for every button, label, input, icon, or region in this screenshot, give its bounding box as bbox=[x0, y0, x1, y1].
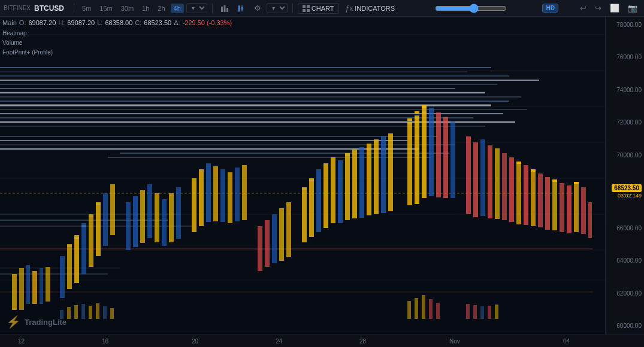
settings-icon-btn[interactable]: ⚙ bbox=[251, 2, 264, 14]
svg-rect-94 bbox=[359, 147, 364, 218]
indicators-button[interactable]: ƒx INDICATORS bbox=[341, 3, 400, 14]
symbol-label: BTCUSD bbox=[34, 4, 64, 13]
svg-rect-124 bbox=[67, 245, 72, 247]
svg-rect-71 bbox=[169, 193, 174, 242]
svg-rect-140 bbox=[407, 118, 412, 121]
svg-rect-60 bbox=[81, 223, 86, 274]
hd-badge[interactable]: HD bbox=[542, 4, 558, 13]
chart-button[interactable]: CHART bbox=[298, 3, 339, 14]
time-tick-28: 28 bbox=[359, 338, 366, 345]
svg-rect-0 bbox=[221, 7, 223, 12]
svg-rect-91 bbox=[338, 160, 343, 223]
svg-rect-155 bbox=[422, 295, 425, 319]
svg-rect-127 bbox=[89, 215, 93, 217]
svg-rect-121 bbox=[574, 182, 579, 232]
price-tick-74: 74000.00 bbox=[608, 87, 642, 93]
svg-rect-96 bbox=[374, 139, 379, 214]
svg-rect-101 bbox=[422, 105, 427, 198]
current-price: 68523.50 bbox=[612, 184, 642, 192]
tf-1h[interactable]: 1h bbox=[139, 4, 152, 13]
svg-rect-158 bbox=[466, 304, 470, 319]
svg-rect-151 bbox=[103, 306, 107, 319]
svg-rect-153 bbox=[407, 301, 411, 319]
svg-rect-1 bbox=[223, 5, 225, 12]
undo-button[interactable]: ↩ bbox=[577, 2, 589, 14]
high-label: H: bbox=[58, 19, 65, 26]
svg-rect-68 bbox=[147, 184, 152, 238]
price-tick-76: 76000.00 bbox=[608, 54, 642, 60]
watermark-icon: ⚡ bbox=[6, 315, 21, 329]
exchange-label: BITFINEX bbox=[4, 5, 31, 11]
svg-rect-147 bbox=[74, 305, 78, 319]
svg-rect-105 bbox=[451, 121, 455, 198]
svg-rect-162 bbox=[495, 305, 498, 319]
price-tick-72: 72000.00 bbox=[608, 119, 642, 126]
tf-dropdown[interactable]: ▾ bbox=[186, 3, 207, 13]
svg-rect-111 bbox=[502, 153, 507, 220]
tf-30m[interactable]: 30m bbox=[118, 4, 137, 13]
fx-icon: ƒx bbox=[346, 4, 353, 13]
price-axis: 78000.00 76000.00 74000.00 72000.00 7000… bbox=[605, 17, 644, 334]
svg-rect-10 bbox=[307, 5, 310, 8]
svg-rect-150 bbox=[96, 303, 99, 319]
ohlc-bar: Main O: 69087.20 H: 69087.20 L: 68358.00… bbox=[2, 17, 232, 29]
svg-rect-90 bbox=[331, 157, 335, 223]
svg-rect-135 bbox=[422, 111, 427, 113]
svg-rect-157 bbox=[436, 303, 440, 319]
svg-rect-6 bbox=[241, 7, 243, 10]
chart-area[interactable]: Main O: 69087.20 H: 69087.20 L: 68358.00… bbox=[0, 17, 605, 334]
tf-15m[interactable]: 15m bbox=[96, 4, 115, 13]
svg-rect-161 bbox=[488, 306, 491, 319]
low-label: L: bbox=[97, 19, 102, 26]
svg-rect-86 bbox=[302, 187, 307, 242]
candle-chart-icon-btn[interactable] bbox=[234, 3, 249, 14]
svg-rect-112 bbox=[509, 157, 514, 222]
price-tick-66: 66000.00 bbox=[608, 225, 642, 232]
main-toolbar: BITFINEX BTCUSD 5m 15m 30m 1h 2h 4h ▾ ⚙ … bbox=[0, 0, 644, 17]
svg-rect-13 bbox=[0, 17, 605, 334]
price-tick-60: 60000.00 bbox=[608, 322, 642, 329]
svg-rect-159 bbox=[473, 305, 477, 319]
tf-5m[interactable]: 5m bbox=[79, 4, 94, 13]
price-slider[interactable] bbox=[435, 4, 507, 13]
extra-dropdown[interactable]: ▾ bbox=[267, 3, 288, 13]
screenshot-button[interactable]: 📷 bbox=[625, 2, 640, 14]
svg-rect-123 bbox=[588, 202, 592, 238]
svg-rect-109 bbox=[488, 145, 492, 218]
svg-rect-52 bbox=[19, 268, 24, 310]
svg-rect-100 bbox=[415, 115, 419, 204]
tf-2h[interactable]: 2h bbox=[155, 4, 168, 13]
svg-rect-129 bbox=[302, 188, 307, 190]
svg-rect-141 bbox=[516, 162, 521, 164]
tf-4h[interactable]: 4h bbox=[171, 4, 184, 13]
close-label: C: bbox=[135, 19, 141, 26]
svg-rect-146 bbox=[67, 307, 71, 319]
layout-button[interactable]: ⬜ bbox=[607, 2, 622, 14]
svg-rect-119 bbox=[560, 183, 564, 232]
svg-rect-122 bbox=[581, 187, 586, 234]
svg-rect-76 bbox=[213, 166, 218, 221]
svg-rect-67 bbox=[140, 190, 145, 243]
svg-rect-116 bbox=[538, 174, 543, 227]
svg-rect-144 bbox=[574, 182, 579, 184]
delta-val: -229.50 (-0.33%) bbox=[183, 19, 232, 26]
svg-rect-81 bbox=[258, 226, 262, 271]
svg-rect-64 bbox=[110, 184, 115, 235]
time-tick-04: 04 bbox=[563, 338, 570, 345]
bar-chart-icon-btn[interactable] bbox=[217, 3, 232, 14]
time-axis: 12 16 20 24 28 Nov 04 bbox=[0, 334, 644, 347]
svg-rect-139 bbox=[415, 111, 419, 114]
svg-rect-62 bbox=[96, 202, 101, 256]
time-tick-16: 16 bbox=[102, 338, 108, 345]
svg-rect-128 bbox=[96, 203, 101, 205]
grid-icon bbox=[303, 5, 310, 12]
svg-rect-98 bbox=[388, 133, 393, 211]
low-val: 68358.00 bbox=[105, 19, 132, 26]
redo-button[interactable]: ↪ bbox=[592, 2, 604, 14]
svg-rect-89 bbox=[323, 163, 328, 228]
svg-rect-75 bbox=[206, 163, 211, 222]
sep-1 bbox=[74, 4, 74, 13]
svg-rect-2 bbox=[226, 8, 228, 12]
svg-rect-72 bbox=[176, 187, 181, 239]
svg-rect-156 bbox=[429, 299, 433, 319]
